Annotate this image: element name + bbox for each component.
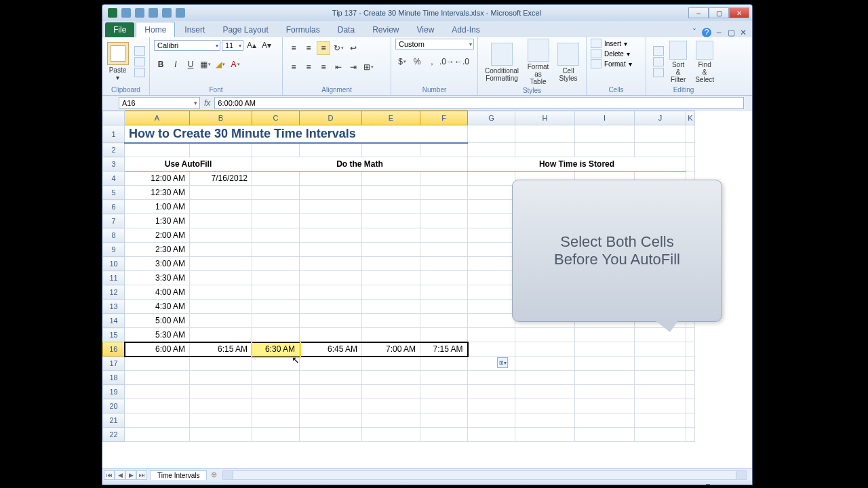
qat-icon[interactable] — [176, 8, 185, 18]
tab-nav-prev-icon[interactable]: ◀ — [115, 470, 125, 480]
cell-D14[interactable] — [300, 314, 362, 328]
row-header-7[interactable]: 7 — [103, 214, 125, 228]
cell-G11[interactable] — [468, 271, 515, 285]
autosum-icon[interactable] — [653, 46, 664, 56]
cell-D2[interactable] — [300, 143, 362, 157]
minimize-button[interactable]: – — [688, 7, 709, 18]
cell-F6[interactable] — [420, 200, 468, 214]
cell-H22[interactable] — [515, 428, 575, 442]
cell-A10[interactable]: 3:00 AM — [125, 257, 190, 271]
col-header-D[interactable]: D — [300, 111, 362, 125]
cell-B6[interactable] — [190, 200, 252, 214]
cell-I2[interactable] — [575, 143, 635, 157]
cell-G22[interactable] — [468, 428, 515, 442]
accounting-format-icon[interactable]: $ — [395, 55, 409, 68]
row-header-15[interactable]: 15 — [103, 328, 125, 342]
fx-icon[interactable]: fx — [204, 98, 210, 108]
maximize-button[interactable]: ▢ — [709, 7, 729, 18]
comma-format-icon[interactable]: , — [425, 55, 439, 68]
cell-D13[interactable] — [300, 300, 362, 314]
row-header-18[interactable]: 18 — [103, 371, 125, 385]
row-header-6[interactable]: 6 — [103, 200, 125, 214]
cell-E21[interactable] — [362, 413, 420, 428]
cell-E15[interactable] — [362, 328, 420, 342]
new-sheet-icon[interactable]: ⊕ — [211, 470, 217, 479]
cell-B14[interactable] — [190, 314, 252, 328]
col-header-F[interactable]: F — [420, 111, 468, 125]
cell-I18[interactable] — [575, 371, 635, 385]
row-header-8[interactable]: 8 — [103, 228, 125, 243]
cell-A13[interactable]: 4:30 AM — [125, 300, 190, 314]
view-normal-icon[interactable]: ▦ — [595, 484, 601, 486]
cell-G12[interactable] — [468, 285, 515, 300]
tab-insert[interactable]: Insert — [176, 22, 213, 37]
row-header-4[interactable]: 4 — [103, 171, 125, 186]
font-size-select[interactable]: 11 — [222, 40, 243, 51]
cell-A9[interactable]: 2:30 AM — [125, 243, 190, 257]
cell-D5[interactable] — [300, 186, 362, 200]
cell-C7[interactable] — [252, 214, 300, 228]
cell-I20[interactable] — [575, 399, 635, 413]
decrease-decimal-icon[interactable]: ←.0 — [455, 55, 469, 68]
cell-F20[interactable] — [420, 399, 468, 413]
horizontal-scrollbar[interactable] — [222, 470, 747, 480]
cell-E14[interactable] — [362, 314, 420, 328]
cell-F18[interactable] — [420, 371, 468, 385]
row-header-1[interactable]: 1 — [103, 125, 125, 143]
cell-F13[interactable] — [420, 300, 468, 314]
cell-B13[interactable] — [190, 300, 252, 314]
cell-C18[interactable] — [252, 371, 300, 385]
cell-A18[interactable] — [125, 371, 190, 385]
cell-D7[interactable] — [300, 214, 362, 228]
cell-A14[interactable]: 5:00 AM — [125, 314, 190, 328]
cell-B15[interactable] — [190, 328, 252, 342]
cell-G13[interactable] — [468, 300, 515, 314]
cell-C3[interactable]: Do the Math — [252, 157, 468, 171]
conditional-formatting-button[interactable]: Conditional Formatting — [482, 43, 521, 82]
copy-icon[interactable] — [134, 57, 145, 66]
row-header-22[interactable]: 22 — [103, 428, 125, 442]
help-icon[interactable]: ? — [702, 28, 711, 37]
cell-C16[interactable]: 6:30 AM — [252, 342, 300, 357]
cell-C21[interactable] — [252, 413, 300, 428]
cell-F17[interactable] — [420, 357, 468, 371]
row-header-9[interactable]: 9 — [103, 243, 125, 257]
tab-review[interactable]: Review — [364, 22, 407, 37]
cell-B11[interactable] — [190, 271, 252, 285]
cell-D15[interactable] — [300, 328, 362, 342]
cell-B9[interactable] — [190, 243, 252, 257]
cell-F15[interactable] — [420, 328, 468, 342]
zoom-out-icon[interactable]: − — [665, 484, 669, 486]
cell-E13[interactable] — [362, 300, 420, 314]
cell-C8[interactable] — [252, 228, 300, 243]
cell-J1[interactable] — [635, 125, 686, 143]
cell-J17[interactable] — [635, 357, 686, 371]
cell-G8[interactable] — [468, 228, 515, 243]
cell-K2[interactable] — [686, 143, 695, 157]
cell-B10[interactable] — [190, 257, 252, 271]
cell-E18[interactable] — [362, 371, 420, 385]
row-header-10[interactable]: 10 — [103, 257, 125, 271]
col-header-B[interactable]: B — [190, 111, 252, 125]
cell-F10[interactable] — [420, 257, 468, 271]
cell-E6[interactable] — [362, 200, 420, 214]
cell-D22[interactable] — [300, 428, 362, 442]
align-bottom-icon[interactable]: ≡ — [317, 41, 330, 55]
cell-B5[interactable] — [190, 186, 252, 200]
italic-button[interactable]: I — [169, 58, 182, 71]
align-center-icon[interactable]: ≡ — [302, 60, 315, 74]
cell-C19[interactable] — [252, 385, 300, 399]
cell-A4[interactable]: 12:00 AM — [125, 171, 190, 186]
cell-B18[interactable] — [190, 371, 252, 385]
align-top-icon[interactable]: ≡ — [287, 41, 300, 55]
cell-K21[interactable] — [686, 413, 695, 428]
tab-nav-last-icon[interactable]: ⏭ — [136, 470, 147, 480]
col-header-E[interactable]: E — [362, 111, 420, 125]
orientation-icon[interactable]: ↻ — [332, 41, 345, 55]
cell-D6[interactable] — [300, 200, 362, 214]
cell-I15[interactable] — [575, 328, 635, 342]
cell-H17[interactable] — [515, 357, 575, 371]
cell-A11[interactable]: 3:30 AM — [125, 271, 190, 285]
cell-J21[interactable] — [635, 413, 686, 428]
cell-A1[interactable]: How to Create 30 Minute Time Intervals — [125, 125, 468, 143]
